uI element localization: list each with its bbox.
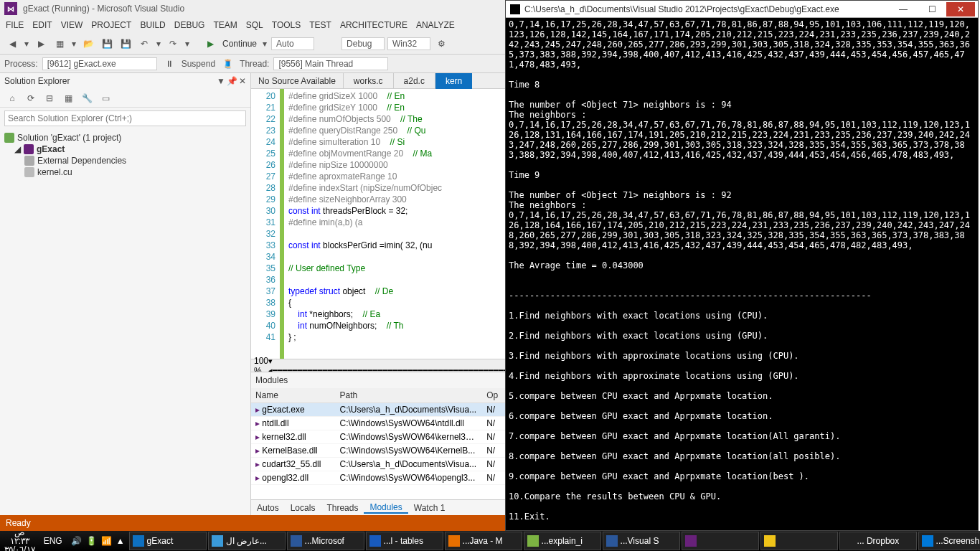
- forward-icon[interactable]: ▶: [33, 36, 49, 52]
- menu-architecture[interactable]: ARCHITECTURE: [340, 20, 407, 30]
- open-icon[interactable]: 📂: [80, 36, 96, 52]
- showall-icon[interactable]: ▦: [60, 90, 76, 106]
- menu-sql[interactable]: SQL: [246, 20, 263, 30]
- clock[interactable]: ص ١٢:٣٣ ٣٥/٠٦/١٧: [0, 528, 39, 551]
- zoom-control[interactable]: 100 % ▾ ◂━━━━━━━━━━━━━━━━━━━━━━━━━━━━━━━…: [251, 359, 505, 372]
- module-row[interactable]: ▸ ntdll.dllC:\Windows\SysWOW64\ntdll.dll…: [251, 417, 505, 430]
- tree-file[interactable]: kernel.cu: [37, 167, 72, 177]
- language-indicator[interactable]: ENG: [39, 536, 67, 546]
- tab-nosource[interactable]: No Source Available: [251, 76, 343, 86]
- solution-explorer-header[interactable]: Solution Explorer ▼ 📌 ✕: [0, 73, 250, 89]
- suspend-button[interactable]: Suspend: [182, 59, 215, 69]
- tab-a2d[interactable]: a2d.c: [393, 73, 435, 89]
- module-row[interactable]: ▸ gExact.exeC:\Users\a_h_d\Documents\Vis…: [251, 403, 505, 417]
- solution-explorer-title: Solution Explorer: [4, 76, 70, 86]
- tray-icon[interactable]: ▲: [116, 536, 125, 546]
- continue-icon[interactable]: ▶: [202, 36, 218, 52]
- task-item[interactable]: ...Microsof: [287, 532, 364, 550]
- menu-analyze[interactable]: ANALYZE: [416, 20, 455, 30]
- bottom-tab[interactable]: Watch 1: [408, 503, 451, 513]
- modules-title[interactable]: Modules: [251, 372, 505, 388]
- task-item[interactable]: ...explain_i: [524, 532, 601, 550]
- task-item[interactable]: ...Visual S: [603, 532, 680, 550]
- dropdown-icon[interactable]: ▼: [217, 76, 225, 86]
- solution-explorer-toolbar[interactable]: ⌂ ⟳ ⊟ ▦ 🔧 ▭: [0, 89, 250, 108]
- taskbar[interactable]: ص ١٢:٣٣ ٣٥/٠٦/١٧ ENG 🔊 🔋 📶 ▲ gExactعارض …: [0, 531, 980, 551]
- config-auto-dropdown[interactable]: Auto: [271, 37, 314, 50]
- tab-works[interactable]: works.c: [343, 73, 393, 89]
- console-body[interactable]: 0,7,14,16,17,25,26,28,34,47,57,63,67,71,…: [506, 18, 978, 530]
- console-titlebar[interactable]: C:\Users\a_h_d\Documents\Visual Studio 2…: [506, 1, 978, 18]
- task-item[interactable]: ...l - tables: [366, 532, 443, 550]
- pause-icon[interactable]: ⏸: [161, 56, 177, 72]
- tab-kernel[interactable]: kern: [435, 73, 472, 89]
- config-debug-dropdown[interactable]: Debug: [341, 37, 385, 50]
- vs-toolbar[interactable]: ◀▾ ▶ ▦▾ 📂 💾 💾 ↶▾ ↷▾ ▶ Continue▾ Auto Deb…: [0, 33, 505, 55]
- close-icon[interactable]: ✕: [239, 76, 246, 86]
- module-row[interactable]: ▸ KernelBase.dllC:\Windows\SysWOW64\Kern…: [251, 444, 505, 458]
- menu-project[interactable]: PROJECT: [91, 20, 131, 30]
- process-dropdown[interactable]: [9612] gExact.exe: [42, 57, 157, 70]
- new-icon[interactable]: ▦: [52, 36, 67, 52]
- menu-build[interactable]: BUILD: [140, 20, 165, 30]
- module-row[interactable]: ▸ opengl32.dllC:\Windows\SysWOW64\opengl…: [251, 471, 505, 485]
- editor-tabs[interactable]: No Source Available works.c a2d.c kern: [251, 73, 505, 89]
- vs-menubar[interactable]: FILEEDITVIEWPROJECTBUILDDEBUGTEAMSQLTOOL…: [0, 17, 505, 33]
- menu-test[interactable]: TEST: [309, 20, 331, 30]
- vs-titlebar[interactable]: ⋈ gExact (Running) - Microsoft Visual St…: [0, 0, 505, 17]
- properties-icon[interactable]: 🔧: [79, 90, 95, 106]
- task-item[interactable]: ... Dropbox: [839, 532, 917, 550]
- maximize-button[interactable]: ☐: [918, 2, 946, 17]
- close-button[interactable]: ✕: [946, 2, 975, 17]
- task-item[interactable]: [682, 532, 759, 550]
- tree-project[interactable]: gExact: [37, 144, 65, 154]
- platform-dropdown[interactable]: Win32: [387, 37, 430, 50]
- menu-debug[interactable]: DEBUG: [174, 20, 205, 30]
- solution-search[interactable]: [0, 108, 250, 129]
- minimize-button[interactable]: —: [889, 2, 918, 17]
- menu-team[interactable]: TEAM: [213, 20, 237, 30]
- saveall-icon[interactable]: 💾: [118, 36, 133, 52]
- system-tray[interactable]: 🔊 🔋 📶 ▲: [67, 536, 129, 546]
- tray-icon[interactable]: 🔊: [71, 536, 82, 546]
- menu-view[interactable]: VIEW: [61, 20, 83, 30]
- tray-icon[interactable]: 🔋: [86, 536, 97, 546]
- tree-deps[interactable]: External Dependencies: [37, 156, 126, 166]
- preview-icon[interactable]: ▭: [98, 90, 113, 106]
- bottom-tabs[interactable]: AutosLocalsThreadsModulesWatch 1: [251, 499, 505, 515]
- solution-search-input[interactable]: [4, 110, 246, 126]
- task-item[interactable]: [760, 532, 838, 550]
- code-content[interactable]: #define gridSizeX 1000 // En#define grid…: [284, 89, 505, 359]
- redo-icon[interactable]: ↷: [165, 36, 181, 52]
- menu-edit[interactable]: EDIT: [32, 20, 52, 30]
- undo-icon[interactable]: ↶: [136, 36, 152, 52]
- back-icon[interactable]: ◀: [4, 36, 20, 52]
- save-icon[interactable]: 💾: [99, 36, 115, 52]
- module-row[interactable]: ▸ cudart32_55.dllC:\Users\a_h_d\Document…: [251, 458, 505, 471]
- tray-icon[interactable]: 📶: [101, 536, 112, 546]
- pin-icon[interactable]: 📌: [227, 76, 237, 86]
- refresh-icon[interactable]: ⟳: [23, 90, 39, 106]
- solution-tree[interactable]: Solution 'gExact' (1 project) ◢gExact Ex…: [0, 129, 250, 515]
- toolbar-extra-icon[interactable]: ⚙: [433, 36, 449, 52]
- task-item[interactable]: ...Screensh: [918, 532, 980, 550]
- task-item[interactable]: عارض ال...: [208, 532, 286, 550]
- home-icon[interactable]: ⌂: [4, 90, 20, 106]
- tree-solution[interactable]: Solution 'gExact' (1 project): [17, 133, 121, 143]
- module-row[interactable]: ▸ kernel32.dllC:\Windows\SysWOW64\kernel…: [251, 430, 505, 444]
- menu-file[interactable]: FILE: [6, 20, 24, 30]
- bottom-tab[interactable]: Modules: [364, 502, 407, 514]
- modules-table[interactable]: NamePathOp▸ gExact.exeC:\Users\a_h_d\Doc…: [251, 388, 505, 499]
- taskbar-tasks[interactable]: gExactعارض ال......Microsof...l - tables…: [129, 532, 980, 550]
- thread-dropdown[interactable]: [9556] Main Thread: [273, 57, 388, 70]
- bottom-tab[interactable]: Locals: [285, 503, 321, 513]
- vs-debug-toolbar[interactable]: Process: [9612] gExact.exe ⏸ Suspend 🧵 T…: [0, 55, 505, 73]
- menu-tools[interactable]: TOOLS: [272, 20, 301, 30]
- task-item[interactable]: ...Java - M: [445, 532, 522, 550]
- bottom-tab[interactable]: Threads: [321, 503, 364, 513]
- continue-button[interactable]: Continue: [221, 39, 258, 49]
- task-item[interactable]: gExact: [129, 532, 207, 550]
- code-editor[interactable]: 2021222324252627282930313233343536373839…: [251, 89, 505, 359]
- collapse-icon[interactable]: ⊟: [42, 90, 57, 106]
- bottom-tab[interactable]: Autos: [251, 503, 285, 513]
